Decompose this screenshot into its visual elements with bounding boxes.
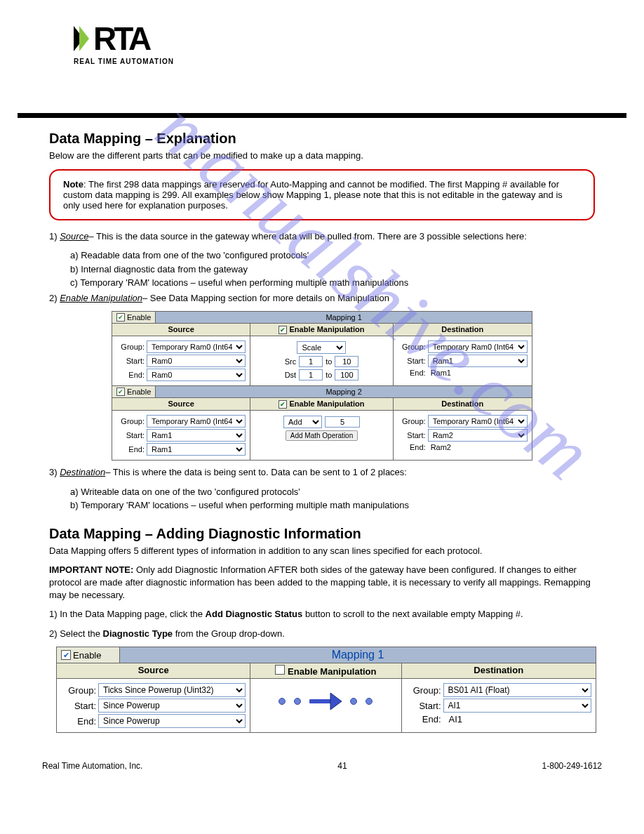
add-math-button[interactable]: Add Math Operation	[286, 430, 358, 441]
mapping1-dst-to[interactable]	[335, 369, 358, 380]
footer-left: Real Time Automation, Inc.	[42, 761, 142, 771]
mapping1-src-group[interactable]: Temporary Ram0 (Int64)	[147, 340, 246, 353]
checkbox-checked-icon: ✔	[116, 388, 125, 396]
section2-important: IMPORTANT NOTE: Only add Diagnostic Info…	[49, 564, 595, 601]
flow-arrow-icon	[255, 682, 396, 721]
mapping2-dst-group[interactable]: Temporary Ram0 (Int64)	[428, 415, 528, 428]
mapping2-dst-header: Destination	[394, 398, 532, 410]
mapping1-manip-type[interactable]: Scale	[297, 341, 346, 354]
list-item-2: 2) Enable Manipulation– See Data Mapping…	[49, 292, 595, 305]
mapping2-src-group[interactable]: Temporary Ram0 (Int64)	[147, 415, 246, 428]
mapping2-manip-val[interactable]	[325, 416, 360, 428]
mapping2-src-start[interactable]: Ram1	[147, 429, 246, 442]
list-item-1: 1) Source– This is the data source in th…	[49, 230, 595, 243]
mapping2-manip-op[interactable]: Add	[283, 416, 322, 428]
list-item-3: 3) Destination– This is where the data i…	[49, 466, 595, 479]
checkbox-checked-icon: ✔	[61, 650, 71, 660]
note-text: : The first 298 data mappings are reserv…	[63, 179, 563, 211]
footer-phone: 1-800-249-1612	[542, 761, 602, 771]
logo: RTA REAL TIME AUTOMATION	[74, 21, 174, 65]
logo-text: RTA	[93, 22, 149, 55]
mapping3-src-end[interactable]: Since Powerup	[98, 714, 246, 728]
footer-page: 41	[337, 761, 347, 771]
mapping3-src-header: Source	[57, 663, 250, 678]
mapping1-enable-label: Enable	[127, 313, 151, 322]
section2-p1: Data Mapping offers 5 different types of…	[49, 545, 595, 557]
checkbox-checked-icon[interactable]: ✔	[279, 400, 287, 409]
mapping2-dst-start[interactable]: Ram2	[428, 429, 528, 442]
mapping1-title: Mapping 1	[156, 312, 532, 323]
section1-intro: Below are the different parts that can b…	[49, 150, 595, 162]
header-rule	[18, 113, 626, 118]
mapping1-dst-header: Destination	[394, 324, 532, 336]
mapping3-src-start[interactable]: Since Powerup	[98, 699, 246, 713]
mapping2-src-end[interactable]: Ram1	[147, 443, 246, 456]
mapping3-dst-group[interactable]: BS01 AI1 (Float)	[443, 683, 591, 697]
mapping1-enable-cell[interactable]: ✔ Enable	[112, 312, 156, 323]
dest-underline: Destination	[60, 467, 105, 477]
section2-title: Data Mapping – Adding Diagnostic Informa…	[49, 526, 595, 542]
logo-subtext: REAL TIME AUTOMATION	[74, 58, 174, 65]
mapping2-mid-header: ✔ Enable Manipulation	[250, 398, 393, 410]
mapping1-dst-start[interactable]: Ram1	[428, 355, 528, 367]
checkbox-checked-icon: ✔	[116, 313, 125, 322]
mapping1-panel: ✔ Enable Mapping 1 Source ✔ Enable Manip…	[112, 311, 532, 461]
note-callout: Note: The first 298 data mappings are re…	[49, 169, 595, 220]
mapping1-src-header: Source	[112, 324, 250, 336]
checkbox-checked-icon[interactable]: ✔	[279, 326, 287, 334]
mapping3-enable-cell[interactable]: ✔ Enable	[57, 647, 120, 663]
mapping1-dst-from[interactable]	[299, 369, 323, 380]
mapping3-dst-header: Destination	[402, 663, 596, 678]
mapping1-src-end[interactable]: Ram0	[147, 369, 246, 381]
mapping2-dst-end: Ram2	[428, 443, 451, 451]
mapping3-src-group[interactable]: Ticks Since Powerup (Uint32)	[98, 683, 246, 697]
section1-title: Data Mapping – Explanation	[49, 131, 595, 147]
mapping1-src-from[interactable]	[299, 356, 323, 367]
logo-chevron-green	[79, 26, 89, 51]
note-label: Note	[63, 179, 83, 190]
mapping1-src-start[interactable]: Ram0	[147, 355, 246, 367]
mapping2-title: Mapping 2	[156, 386, 532, 397]
manip-underline: Enable Manipulation	[60, 293, 142, 303]
mapping1-dst-end: Ram1	[428, 369, 451, 377]
item1b: b) Internal diagnostic data from the gat…	[49, 263, 595, 276]
mapping3-mid-header: Enable Manipulation	[250, 663, 401, 678]
mapping3-dst-end: AI1	[443, 714, 463, 724]
mapping1-dst-group[interactable]: Temporary Ram0 (Int64)	[428, 340, 528, 353]
source-underline: Source	[60, 231, 88, 241]
mapping2-enable-label: Enable	[127, 388, 151, 396]
mapping2-src-header: Source	[112, 398, 250, 410]
mapping1-mid-header: ✔ Enable Manipulation	[250, 324, 393, 336]
item3b: b) Temporary 'RAM' locations – useful wh…	[49, 499, 595, 512]
item1c: c) Temporary 'RAM' locations – useful wh…	[49, 277, 595, 289]
section2-step2: 2) Select the Diagnostic Type from the G…	[49, 628, 595, 640]
section2-step1: 1) In the Data Mapping page, click the A…	[49, 608, 595, 621]
item1a: a) Readable data from one of the two 'co…	[49, 249, 595, 262]
mapping3-title: Mapping 1	[120, 647, 596, 663]
svg-marker-1	[330, 693, 342, 710]
item3a: a) Writeable data on one of the two 'con…	[49, 486, 595, 498]
mapping1-src-to[interactable]	[335, 356, 358, 367]
mapping3-enable-label: Enable	[73, 650, 101, 661]
mapping3-panel: ✔ Enable Mapping 1 Source Enable Manipul…	[56, 647, 596, 733]
checkbox-unchecked-icon[interactable]	[275, 665, 285, 675]
mapping3-dst-start[interactable]: AI1	[443, 699, 591, 713]
mapping2-enable-cell[interactable]: ✔ Enable	[112, 386, 156, 397]
